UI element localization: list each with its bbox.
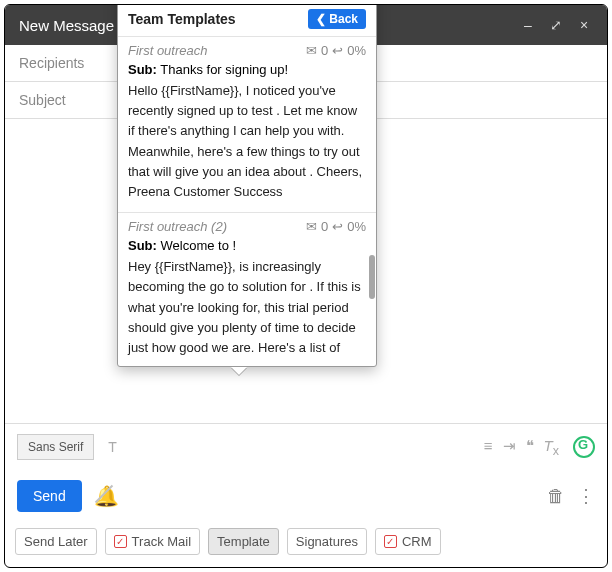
font-select[interactable]: Sans Serif (17, 434, 94, 460)
reply-icon: ↩ (332, 43, 343, 58)
track-mail-label: Track Mail (132, 534, 191, 549)
reply-icon: ↩ (332, 219, 343, 234)
quote-icon[interactable]: ❝ (526, 437, 534, 458)
send-button[interactable]: Send (17, 480, 82, 512)
chevron-left-icon: ❮ (316, 12, 326, 26)
font-size-icon[interactable]: T (108, 439, 117, 455)
template-subject: Welcome to ! (161, 238, 237, 253)
template-item[interactable]: First outreach ✉ 0 ↩ 0% Sub: Thanks for … (118, 37, 376, 213)
indent-icon[interactable]: ⇥ (503, 437, 516, 458)
crm-toggle[interactable]: ✓ CRM (375, 528, 441, 555)
expand-icon[interactable]: ⤢ (547, 17, 565, 33)
popover-caret (231, 367, 247, 375)
signatures-label: Signatures (296, 534, 358, 549)
envelope-icon: ✉ (306, 43, 317, 58)
more-icon[interactable]: ⋮ (577, 485, 595, 507)
scrollbar-thumb[interactable] (369, 255, 375, 299)
envelope-icon: ✉ (306, 219, 317, 234)
signatures-button[interactable]: Signatures (287, 528, 367, 555)
template-list[interactable]: First outreach ✉ 0 ↩ 0% Sub: Thanks for … (118, 37, 376, 363)
send-later-label: Send Later (24, 534, 88, 549)
template-item[interactable]: First outreach (2) ✉ 0 ↩ 0% Sub: Welcome… (118, 213, 376, 363)
track-mail-toggle[interactable]: ✓ Track Mail (105, 528, 200, 555)
template-popover: SELECT TEMPLATE × Team Templates ❮ Back … (117, 4, 377, 367)
grammarly-icon[interactable] (573, 436, 595, 458)
compose-body[interactable]: SELECT TEMPLATE × Team Templates ❮ Back … (5, 119, 607, 423)
crm-label: CRM (402, 534, 432, 549)
close-icon[interactable]: × (575, 17, 593, 33)
template-body: Hey {{FirstName}}, is increasingly becom… (128, 257, 366, 363)
bottom-actions: Send Later ✓ Track Mail Template Signatu… (5, 522, 607, 567)
back-label: Back (329, 12, 358, 26)
reply-rate: 0% (347, 219, 366, 234)
template-body: Hello {{FirstName}}, I noticed you've re… (128, 81, 366, 202)
send-row: Send 🔔 🗑 ⋮ (5, 470, 607, 522)
template-subject: Thanks for signing up! (160, 62, 288, 77)
trash-icon[interactable]: 🗑 (547, 486, 565, 507)
template-stats: ✉ 0 ↩ 0% (306, 43, 366, 58)
template-stats: ✉ 0 ↩ 0% (306, 219, 366, 234)
sub-label: Sub: (128, 238, 157, 253)
template-name: First outreach (2) (128, 219, 227, 234)
checkbox-icon: ✓ (114, 535, 127, 548)
sub-label: Sub: (128, 62, 157, 77)
send-later-button[interactable]: Send Later (15, 528, 97, 555)
template-button[interactable]: Template (208, 528, 279, 555)
template-name: First outreach (128, 43, 207, 58)
minimize-icon[interactable]: – (519, 17, 537, 33)
open-count: 0 (321, 219, 328, 234)
popover-subheader: Team Templates ❮ Back (118, 4, 376, 37)
reply-rate: 0% (347, 43, 366, 58)
template-category: Team Templates (128, 11, 236, 27)
open-count: 0 (321, 43, 328, 58)
back-button[interactable]: ❮ Back (308, 9, 366, 29)
list-icon[interactable]: ≡ (484, 437, 493, 458)
template-label: Template (217, 534, 270, 549)
clear-format-icon[interactable]: Tx (544, 437, 559, 458)
window-title: New Message (19, 17, 114, 34)
checkbox-icon: ✓ (384, 535, 397, 548)
format-toolbar: Sans Serif T ≡ ⇥ ❝ Tx (5, 423, 607, 470)
mute-bell-icon[interactable]: 🔔 (94, 484, 119, 508)
